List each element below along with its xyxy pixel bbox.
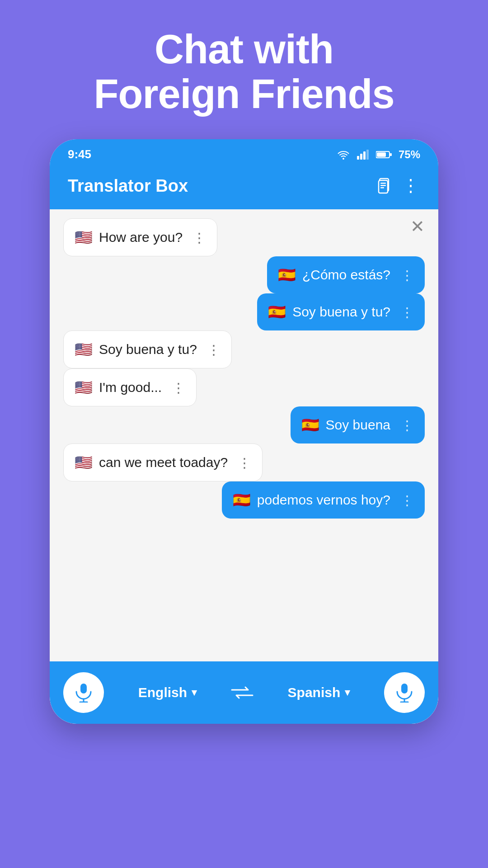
bubble-text: Soy buena: [326, 417, 390, 433]
wifi-icon: [336, 150, 351, 160]
close-button[interactable]: ✕: [410, 217, 425, 236]
app-bar: Translator Box ⋮: [50, 167, 438, 209]
bubble-text: ¿Cómo estás?: [302, 267, 390, 283]
message-bubble: 🇪🇸Soy buena y tu?⋮: [257, 293, 425, 330]
battery-icon: [376, 150, 392, 159]
left-language-selector[interactable]: English ▾: [138, 685, 197, 700]
left-mic-icon: [75, 683, 93, 703]
bubble-options-button[interactable]: ⋮: [400, 417, 414, 433]
svg-rect-15: [80, 684, 87, 693]
bubble-text: can we meet toaday?: [99, 455, 228, 470]
battery-percent: 75%: [399, 148, 420, 161]
status-bar: 9:45 75%: [50, 139, 438, 167]
right-dropdown-arrow: ▾: [345, 687, 350, 698]
bubble-options-button[interactable]: ⋮: [207, 342, 221, 358]
more-options-icon: ⋮: [402, 176, 420, 196]
right-mic-button[interactable]: [384, 672, 425, 713]
left-dropdown-arrow: ▾: [192, 687, 197, 698]
app-bar-icons: ⋮: [378, 176, 420, 196]
message-row: 🇺🇸Soy buena y tu?⋮: [63, 330, 425, 368]
more-options-button[interactable]: ⋮: [402, 176, 420, 196]
bubble-options-button[interactable]: ⋮: [238, 455, 251, 471]
document-icon-button[interactable]: [378, 178, 393, 194]
messages-container: 🇺🇸How are you?⋮🇪🇸¿Cómo estás?⋮🇪🇸Soy buen…: [63, 218, 425, 519]
message-bubble: 🇪🇸Soy buena⋮: [291, 406, 425, 443]
chat-area: ✕ 🇺🇸How are you?⋮🇪🇸¿Cómo estás?⋮🇪🇸Soy bu…: [50, 209, 438, 661]
message-bubble: 🇺🇸How are you?⋮: [63, 218, 217, 256]
svg-rect-13: [380, 185, 386, 186]
bubble-text: Soy buena y tu?: [292, 304, 390, 320]
svg-rect-5: [377, 152, 386, 157]
svg-rect-1: [360, 154, 362, 160]
signal-icon: [357, 150, 370, 160]
document-icon: [378, 178, 393, 194]
message-row: 🇺🇸How are you?⋮: [63, 218, 425, 256]
bubble-options-button[interactable]: ⋮: [192, 230, 206, 245]
bottom-bar: English ▾ Spanish ▾: [50, 661, 438, 724]
bubble-options-button[interactable]: ⋮: [400, 304, 414, 320]
right-language-selector[interactable]: Spanish ▾: [288, 685, 350, 700]
message-row: 🇺🇸I'm good...⋮: [63, 368, 425, 406]
message-bubble: 🇪🇸podemos vernos hoy?⋮: [222, 481, 425, 519]
bubble-options-button[interactable]: ⋮: [172, 380, 185, 396]
right-language-label: Spanish: [288, 685, 341, 700]
swap-icon: [231, 686, 253, 699]
bubble-flag: 🇪🇸: [268, 303, 286, 321]
svg-rect-2: [363, 151, 366, 160]
bubble-text: I'm good...: [99, 380, 162, 395]
svg-rect-18: [401, 684, 408, 693]
status-time: 9:45: [68, 147, 91, 161]
bubble-flag: 🇺🇸: [75, 454, 93, 471]
message-bubble: 🇺🇸I'm good...⋮: [63, 368, 197, 406]
bubble-options-button[interactable]: ⋮: [400, 267, 414, 283]
status-icons: 75%: [336, 148, 420, 161]
message-row: 🇪🇸Soy buena y tu?⋮: [63, 293, 425, 330]
message-row: 🇪🇸¿Cómo estás?⋮: [63, 256, 425, 293]
bubble-flag: 🇪🇸: [233, 491, 251, 509]
message-bubble: 🇺🇸can we meet toaday?⋮: [63, 443, 263, 481]
svg-rect-11: [379, 180, 388, 193]
svg-rect-6: [390, 153, 392, 156]
swap-button[interactable]: [231, 686, 253, 699]
bubble-flag: 🇺🇸: [75, 229, 93, 246]
bubble-text: Soy buena y tu?: [99, 342, 197, 357]
left-language-label: English: [138, 685, 187, 700]
bubble-flag: 🇪🇸: [301, 416, 319, 434]
message-bubble: 🇪🇸¿Cómo estás?⋮: [267, 256, 425, 293]
bubble-options-button[interactable]: ⋮: [400, 492, 414, 508]
right-mic-icon: [395, 683, 413, 703]
message-row: 🇺🇸can we meet toaday?⋮: [63, 443, 425, 481]
app-bar-title: Translator Box: [68, 176, 188, 196]
hero-title: Chat with Foreign Friends: [75, 27, 412, 117]
svg-rect-14: [380, 187, 384, 189]
phone-mockup: 9:45 75% Translator Box: [50, 139, 438, 724]
svg-rect-12: [380, 183, 386, 184]
bubble-flag: 🇪🇸: [278, 266, 296, 283]
left-mic-button[interactable]: [63, 672, 104, 713]
svg-rect-3: [366, 150, 369, 160]
message-row: 🇪🇸Soy buena⋮: [63, 406, 425, 443]
message-bubble: 🇺🇸Soy buena y tu?⋮: [63, 330, 232, 368]
bubble-text: How are you?: [99, 230, 183, 245]
svg-rect-0: [357, 156, 359, 160]
bubble-text: podemos vernos hoy?: [257, 492, 390, 508]
message-row: 🇪🇸podemos vernos hoy?⋮: [63, 481, 425, 519]
bubble-flag: 🇺🇸: [75, 341, 93, 358]
bubble-flag: 🇺🇸: [75, 379, 93, 396]
